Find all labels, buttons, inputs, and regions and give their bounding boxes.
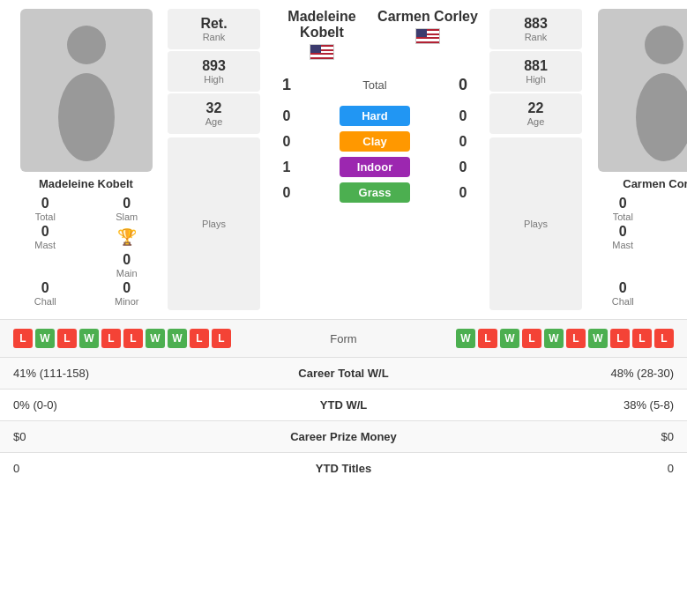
p2-mast-label: Mast — [612, 240, 633, 250]
p1-high-box: 893 High — [168, 51, 260, 92]
player1-card: Madeleine Kobelt 0 Total 0 Slam 0 Mast 🏆… — [9, 9, 163, 310]
p2-chall-val: 0 — [619, 280, 627, 296]
top-section: Madeleine Kobelt 0 Total 0 Slam 0 Mast 🏆… — [0, 0, 687, 319]
p2-high-val: 881 — [524, 58, 548, 74]
center-panel: Madeleine Kobelt Carmen Corley 1 Total 0… — [265, 9, 485, 310]
table-row: 41% (111-158) Career Total W/L 48% (28-3… — [0, 358, 687, 390]
p1-total-label: Total — [35, 212, 56, 222]
trophy-icon-p1: 🏆 — [117, 227, 137, 247]
form-badge-p2: W — [544, 329, 564, 348]
svg-point-2 — [645, 26, 683, 64]
p2-high-box: 881 High — [489, 51, 582, 92]
p1-high-val: 893 — [202, 58, 226, 74]
p2-header-name: Carmen Corley — [375, 9, 481, 25]
surface-p2-val: 0 — [450, 185, 476, 201]
p1-mast-val: 0 — [41, 224, 49, 240]
form-badge-p2: L — [566, 329, 586, 348]
p1-age-box: 32 Age — [168, 93, 260, 134]
surface-row-hard: 0 Hard 0 — [265, 103, 485, 129]
stat-label: Career Total W/L — [220, 358, 467, 390]
surface-row-indoor: 1 Indoor 0 — [265, 154, 485, 180]
form-badge-p2: L — [478, 329, 497, 348]
form-badge-p1: W — [35, 329, 55, 348]
p2-total-label: Total — [613, 212, 633, 222]
surface-p1-val: 0 — [273, 185, 300, 201]
form-badge-p1: L — [101, 329, 121, 348]
p1-chall-val: 0 — [41, 280, 49, 296]
p2-age-box: 22 Age — [489, 93, 582, 134]
player2-name: Carmen Corley — [623, 177, 687, 190]
table-row: 0 YTD Titles 0 — [0, 453, 687, 485]
player1-name: Madeleine Kobelt — [39, 177, 133, 190]
p2-mast-val: 0 — [619, 224, 627, 240]
p1-plays-box: Plays — [168, 137, 260, 310]
form-badge-p1: L — [190, 329, 209, 348]
form-badge-p1: L — [13, 329, 33, 348]
svg-point-1 — [58, 73, 115, 161]
total-label: Total — [362, 78, 386, 92]
surface-badge-indoor: Indoor — [340, 157, 410, 177]
p2-rank-box: 883 Rank — [489, 9, 582, 49]
p1-total-val: 0 — [41, 196, 49, 212]
surface-p2-val: 0 — [450, 108, 476, 124]
p1-rank-val: Ret. — [200, 16, 227, 32]
stat-p1-val: 41% (111-158) — [0, 358, 220, 390]
player1-stats: 0 Total 0 Slam 0 Mast 🏆 0 Main 0 Chall — [9, 196, 163, 307]
p2-rank-label: Rank — [525, 32, 548, 42]
surface-badge-hard: Hard — [340, 106, 410, 126]
surface-row-grass: 0 Grass 0 — [265, 180, 485, 205]
p2-age-label: Age — [527, 116, 545, 127]
p1-mast-label: Mast — [34, 240, 56, 250]
p2-plays-box: Plays — [489, 137, 582, 310]
stats-table: 41% (111-158) Career Total W/L 48% (28-3… — [0, 357, 687, 484]
surface-p1-val: 0 — [273, 134, 300, 150]
form-badges-p1: LWLWLLWWLL — [13, 329, 231, 348]
p2-chall-label: Chall — [612, 296, 634, 307]
stat-label: YTD Titles — [220, 453, 467, 485]
p1-header-name: Madeleine Kobelt — [269, 9, 375, 41]
stat-p1-val: $0 — [0, 421, 220, 453]
form-badge-p1: W — [146, 329, 165, 348]
table-row: $0 Career Prize Money $0 — [0, 421, 687, 453]
player1-photo — [20, 9, 153, 172]
p1-rank-box: Ret. Rank — [168, 9, 260, 49]
surface-p2-val: 0 — [450, 160, 476, 175]
svg-point-0 — [67, 26, 106, 64]
stat-label: YTD W/L — [220, 390, 467, 421]
p1-main-val: 0 — [123, 252, 131, 268]
form-badge-p1: W — [79, 329, 99, 348]
p2-total-score: 0 — [450, 76, 476, 94]
stat-p1-val: 0 — [0, 453, 220, 485]
stat-p2-val: 38% (5-8) — [467, 390, 687, 421]
surface-p1-val: 1 — [273, 160, 300, 175]
form-badge-p2: L — [522, 329, 541, 348]
form-badge-p1: L — [123, 329, 143, 348]
stat-p2-val: 0 — [467, 453, 687, 485]
player2-card: Carmen Corley 0 Total 0 Slam 0 Mast 🏆 0 … — [586, 9, 687, 310]
stat-p2-val: 48% (28-30) — [467, 358, 687, 390]
p1-plays-label: Plays — [202, 219, 226, 229]
stat-p2-val: $0 — [467, 421, 687, 453]
p1-main-label: Main — [116, 268, 138, 278]
p1-flag — [310, 44, 334, 60]
p2-total-val: 0 — [619, 196, 627, 212]
stat-p1-val: 0% (0-0) — [0, 390, 220, 421]
form-badge-p2: W — [588, 329, 608, 348]
p1-slam-val: 0 — [123, 196, 131, 212]
stat-label: Career Prize Money — [220, 421, 467, 453]
p2-high-label: High — [526, 74, 546, 85]
form-badge-p1: W — [168, 329, 187, 348]
player2-photo — [598, 9, 688, 172]
form-badge-p2: W — [456, 329, 475, 348]
player2-mid-panel: 883 Rank 881 High 22 Age Plays — [489, 9, 582, 310]
form-section: LWLWLLWWLL Form WLWLWLWLLL — [0, 319, 687, 357]
p2-age-val: 22 — [528, 100, 544, 116]
total-row: 1 Total 0 — [265, 71, 485, 100]
form-badge-p2: L — [632, 329, 652, 348]
surface-rows: 0 Hard 0 0 Clay 0 1 Indoor 0 0 Grass 0 — [265, 103, 485, 205]
form-badge-p2: W — [500, 329, 519, 348]
form-badges-p2: WLWLWLWLLL — [456, 329, 674, 348]
p2-rank-val: 883 — [524, 16, 548, 32]
form-badge-p1: L — [57, 329, 77, 348]
p1-high-label: High — [204, 74, 224, 85]
